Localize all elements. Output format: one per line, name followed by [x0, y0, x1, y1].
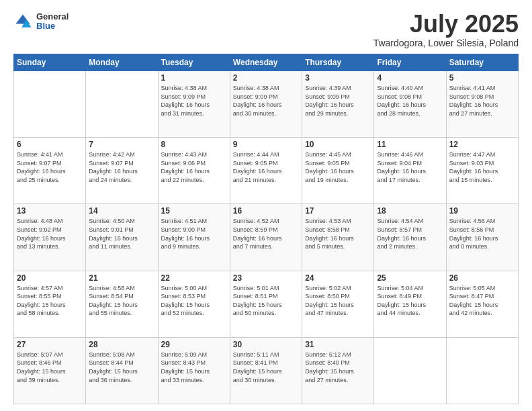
calendar-day-header: Saturday — [446, 54, 518, 71]
day-number: 6 — [17, 140, 83, 149]
day-number: 25 — [377, 273, 443, 283]
day-detail: Sunrise: 4:42 AM Sunset: 9:07 PM Dayligh… — [89, 150, 154, 184]
calendar-day-header: Friday — [374, 54, 446, 71]
calendar-cell: 4Sunrise: 4:40 AM Sunset: 9:08 PM Daylig… — [374, 71, 446, 138]
day-detail: Sunrise: 4:48 AM Sunset: 9:02 PM Dayligh… — [17, 217, 83, 250]
calendar-cell: 2Sunrise: 4:38 AM Sunset: 9:09 PM Daylig… — [230, 71, 302, 138]
calendar-cell: 28Sunrise: 5:08 AM Sunset: 8:44 PM Dayli… — [86, 337, 158, 404]
calendar-week-row: 13Sunrise: 4:48 AM Sunset: 9:02 PM Dayli… — [14, 204, 519, 271]
title-block: July 2025 Twardogora, Lower Silesia, Pol… — [373, 12, 519, 48]
calendar-cell: 3Sunrise: 4:39 AM Sunset: 9:09 PM Daylig… — [302, 71, 374, 138]
day-detail: Sunrise: 4:52 AM Sunset: 8:59 PM Dayligh… — [233, 217, 299, 250]
day-detail: Sunrise: 5:08 AM Sunset: 8:44 PM Dayligh… — [89, 351, 154, 384]
day-detail: Sunrise: 4:38 AM Sunset: 9:09 PM Dayligh… — [233, 84, 299, 118]
day-detail: Sunrise: 5:02 AM Sunset: 8:50 PM Dayligh… — [305, 284, 371, 318]
calendar-cell — [446, 337, 518, 404]
day-number: 8 — [161, 140, 227, 149]
day-detail: Sunrise: 4:38 AM Sunset: 9:09 PM Dayligh… — [161, 84, 227, 118]
day-number: 2 — [233, 73, 299, 83]
calendar-day-header: Wednesday — [230, 54, 302, 71]
calendar-cell: 6Sunrise: 4:41 AM Sunset: 9:07 PM Daylig… — [14, 138, 86, 204]
day-detail: Sunrise: 5:07 AM Sunset: 8:46 PM Dayligh… — [17, 351, 83, 384]
calendar-cell: 19Sunrise: 4:56 AM Sunset: 8:56 PM Dayli… — [446, 204, 518, 271]
calendar-cell: 23Sunrise: 5:01 AM Sunset: 8:51 PM Dayli… — [230, 271, 302, 337]
calendar-cell: 27Sunrise: 5:07 AM Sunset: 8:46 PM Dayli… — [14, 337, 86, 404]
day-detail: Sunrise: 4:44 AM Sunset: 9:05 PM Dayligh… — [233, 150, 299, 184]
day-detail: Sunrise: 4:57 AM Sunset: 8:55 PM Dayligh… — [17, 284, 83, 318]
day-number: 11 — [377, 140, 443, 149]
day-detail: Sunrise: 4:45 AM Sunset: 9:05 PM Dayligh… — [305, 150, 371, 184]
day-number: 27 — [17, 340, 83, 349]
calendar-cell: 9Sunrise: 4:44 AM Sunset: 9:05 PM Daylig… — [230, 138, 302, 204]
day-detail: Sunrise: 5:00 AM Sunset: 8:53 PM Dayligh… — [161, 284, 227, 318]
calendar-header-row: SundayMondayTuesdayWednesdayThursdayFrid… — [14, 54, 519, 71]
header: General Blue July 2025 Twardogora, Lower… — [13, 12, 519, 48]
day-number: 10 — [305, 140, 371, 149]
calendar-cell: 30Sunrise: 5:11 AM Sunset: 8:41 PM Dayli… — [230, 337, 302, 404]
day-number: 15 — [161, 206, 227, 216]
calendar-cell: 10Sunrise: 4:45 AM Sunset: 9:05 PM Dayli… — [302, 138, 374, 204]
day-detail: Sunrise: 5:05 AM Sunset: 8:47 PM Dayligh… — [449, 284, 515, 318]
day-number: 20 — [17, 273, 83, 283]
calendar-cell: 22Sunrise: 5:00 AM Sunset: 8:53 PM Dayli… — [158, 271, 230, 337]
calendar-cell: 16Sunrise: 4:52 AM Sunset: 8:59 PM Dayli… — [230, 204, 302, 271]
calendar-week-row: 1Sunrise: 4:38 AM Sunset: 9:09 PM Daylig… — [14, 71, 519, 138]
calendar: SundayMondayTuesdayWednesdayThursdayFrid… — [13, 54, 519, 404]
day-detail: Sunrise: 4:53 AM Sunset: 8:58 PM Dayligh… — [305, 217, 371, 250]
day-number: 1 — [161, 73, 227, 83]
day-detail: Sunrise: 4:39 AM Sunset: 9:09 PM Dayligh… — [305, 84, 371, 118]
calendar-week-row: 20Sunrise: 4:57 AM Sunset: 8:55 PM Dayli… — [14, 271, 519, 337]
day-number: 26 — [449, 273, 515, 283]
calendar-day-header: Tuesday — [158, 54, 230, 71]
day-number: 7 — [89, 140, 154, 149]
calendar-cell: 20Sunrise: 4:57 AM Sunset: 8:55 PM Dayli… — [14, 271, 86, 337]
calendar-day-header: Monday — [86, 54, 158, 71]
day-detail: Sunrise: 4:56 AM Sunset: 8:56 PM Dayligh… — [449, 217, 515, 250]
logo: General Blue — [13, 12, 69, 32]
calendar-cell: 1Sunrise: 4:38 AM Sunset: 9:09 PM Daylig… — [158, 71, 230, 138]
logo-icon — [13, 12, 32, 31]
calendar-cell: 24Sunrise: 5:02 AM Sunset: 8:50 PM Dayli… — [302, 271, 374, 337]
location: Twardogora, Lower Silesia, Poland — [373, 38, 519, 48]
day-number: 22 — [161, 273, 227, 283]
day-detail: Sunrise: 5:01 AM Sunset: 8:51 PM Dayligh… — [233, 284, 299, 318]
day-number: 28 — [89, 340, 154, 349]
calendar-cell: 25Sunrise: 5:04 AM Sunset: 8:49 PM Dayli… — [374, 271, 446, 337]
day-number: 12 — [449, 140, 515, 149]
day-number: 18 — [377, 206, 443, 216]
day-detail: Sunrise: 4:58 AM Sunset: 8:54 PM Dayligh… — [89, 284, 154, 318]
day-detail: Sunrise: 4:54 AM Sunset: 8:57 PM Dayligh… — [377, 217, 443, 250]
day-number: 24 — [305, 273, 371, 283]
calendar-day-header: Thursday — [302, 54, 374, 71]
day-number: 30 — [233, 340, 299, 349]
calendar-cell: 17Sunrise: 4:53 AM Sunset: 8:58 PM Dayli… — [302, 204, 374, 271]
day-detail: Sunrise: 4:47 AM Sunset: 9:03 PM Dayligh… — [449, 150, 515, 184]
calendar-cell: 8Sunrise: 4:43 AM Sunset: 9:06 PM Daylig… — [158, 138, 230, 204]
day-number: 3 — [305, 73, 371, 83]
day-detail: Sunrise: 5:12 AM Sunset: 8:40 PM Dayligh… — [305, 351, 371, 384]
day-detail: Sunrise: 4:46 AM Sunset: 9:04 PM Dayligh… — [377, 150, 443, 184]
calendar-week-row: 27Sunrise: 5:07 AM Sunset: 8:46 PM Dayli… — [14, 337, 519, 404]
day-detail: Sunrise: 5:09 AM Sunset: 8:43 PM Dayligh… — [161, 351, 227, 384]
calendar-cell: 31Sunrise: 5:12 AM Sunset: 8:40 PM Dayli… — [302, 337, 374, 404]
day-number: 5 — [449, 73, 515, 83]
day-detail: Sunrise: 4:41 AM Sunset: 9:07 PM Dayligh… — [17, 150, 83, 184]
day-number: 4 — [377, 73, 443, 83]
day-number: 17 — [305, 206, 371, 216]
day-number: 16 — [233, 206, 299, 216]
page: General Blue July 2025 Twardogora, Lower… — [0, 0, 532, 411]
logo-general: General — [36, 12, 69, 21]
day-detail: Sunrise: 4:51 AM Sunset: 9:00 PM Dayligh… — [161, 217, 227, 250]
calendar-day-header: Sunday — [14, 54, 86, 71]
day-detail: Sunrise: 5:11 AM Sunset: 8:41 PM Dayligh… — [233, 351, 299, 384]
calendar-cell: 15Sunrise: 4:51 AM Sunset: 9:00 PM Dayli… — [158, 204, 230, 271]
calendar-cell: 21Sunrise: 4:58 AM Sunset: 8:54 PM Dayli… — [86, 271, 158, 337]
logo-text: General Blue — [36, 12, 69, 32]
day-number: 21 — [89, 273, 154, 283]
day-number: 14 — [89, 206, 154, 216]
calendar-cell: 12Sunrise: 4:47 AM Sunset: 9:03 PM Dayli… — [446, 138, 518, 204]
day-number: 13 — [17, 206, 83, 216]
calendar-cell — [86, 71, 158, 138]
day-number: 23 — [233, 273, 299, 283]
calendar-cell: 11Sunrise: 4:46 AM Sunset: 9:04 PM Dayli… — [374, 138, 446, 204]
